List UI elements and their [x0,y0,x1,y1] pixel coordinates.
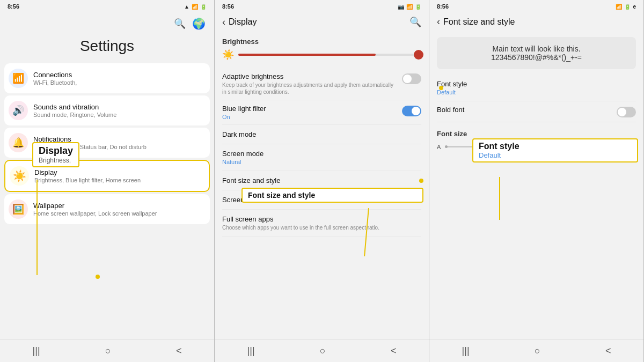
bold-font-toggle[interactable] [617,107,636,117]
bottom-nav-2: ||| ○ < [215,339,429,362]
brightness-label: Brightness [222,38,421,46]
font-style-dot [439,86,443,90]
font-size-annotation: Font size and style [241,188,423,203]
panel-settings: 8:56 ▲ 📶 🔋 🔍 🌍 Settings 📶 Connections Wi… [0,0,215,362]
bottom-nav-1: ||| ○ < [0,339,214,362]
adaptive-brightness-toggle[interactable] [402,73,421,84]
brightness-fill [238,54,376,56]
font-preview: Main text will look like this. 123456789… [437,37,636,69]
display-page-title: Display [229,17,257,27]
toggle-knob-3 [618,108,626,116]
panel-display: 8:56 📷 📶 🔋 ‹ Display 🔍 Brightness ☀️ Ada… [215,0,429,362]
font-content: Main text will look like this. 123456789… [429,32,643,339]
settings-item-wallpaper[interactable]: 🖼️ Wallpaper Home screen wallpaper, Lock… [4,194,210,224]
blue-light-text: Blue light filter On [222,105,397,120]
notifications-icon: 🔔 [9,133,28,152]
status-icons-3: 📶 🔋 e [616,4,636,10]
settings-item-sounds[interactable]: 🔊 Sounds and vibration Sound mode, Ringt… [4,95,210,125]
sounds-icon: 🔊 [9,101,28,120]
font-style-annotation: Font style Default [472,138,638,162]
font-style-row[interactable]: Font style Default [437,75,636,101]
home-btn-3[interactable]: ○ [535,345,540,357]
display-icon: ☀️ [10,166,29,186]
sounds-text: Sounds and vibration Sound mode, Rington… [33,103,206,118]
font-page-title: Font size and style [443,17,515,27]
full-screen-row[interactable]: Full screen apps Choose which apps you w… [222,210,421,237]
preview-line2: 1234567890!@#%&*()_+-= [445,53,627,62]
recents-btn-3[interactable]: ||| [462,345,470,357]
time-2: 8:56 [222,3,234,10]
panel-font: 8:56 📶 🔋 e ‹ Font size and style Main te… [429,0,644,362]
home-btn-2[interactable]: ○ [320,345,326,357]
brightness-slider[interactable] [238,54,421,56]
dark-mode-row[interactable]: Dark mode [222,125,421,144]
display-annotation-title: Display [39,145,73,157]
connections-text: Connections Wi-Fi, Bluetooth, [33,71,206,86]
settings-item-connections[interactable]: 📶 Connections Wi-Fi, Bluetooth, [4,63,210,93]
settings-title: Settings [0,33,214,63]
toggle-knob-2 [412,107,420,115]
adaptive-brightness-row[interactable]: Adaptive brightness Keep track of your b… [222,68,421,100]
time-1: 8:56 [8,3,19,10]
font-header: ‹ Font size and style [429,12,643,32]
font-header-left[interactable]: ‹ Font size and style [437,16,515,27]
brightness-icon: ☀️ [222,49,234,61]
settings-search-row: 🔍 🌍 [0,12,214,33]
recents-btn-2[interactable]: ||| [247,345,255,357]
font-size-annotation-title: Font size and style [248,191,315,200]
recents-btn-1[interactable]: ||| [33,345,40,357]
bold-font-row[interactable]: Bold font [437,101,636,122]
display-content: Brightness ☀️ Adaptive brightness Keep t… [215,32,429,339]
back-btn-1[interactable]: < [176,345,182,357]
connections-icon: 📶 [9,69,28,88]
back-arrow-3[interactable]: ‹ [437,16,440,27]
status-bar-2: 8:56 📷 📶 🔋 [215,0,429,12]
blue-light-row[interactable]: Blue light filter On [222,100,421,125]
blue-light-toggle[interactable] [402,106,421,116]
signal-icon-3: 📶 [616,4,622,10]
status-bar-3: 8:56 📶 🔋 e [429,0,643,12]
battery-icon-3: 🔋 [624,4,631,10]
search-icon-2[interactable]: 🔍 [409,16,421,28]
font-size-dot-2 [419,179,423,183]
font-size-small-label: A [437,144,441,150]
time-3: 8:56 [437,3,449,10]
extra-icon-3: e [633,4,636,10]
dot-1 [445,145,448,148]
settings-list: 📶 Connections Wi-Fi, Bluetooth, 🔊 Sounds… [0,63,214,339]
bold-font-text: Bold font [437,106,611,114]
back-btn-3[interactable]: < [605,345,611,357]
preview-line1: Main text will look like this. [445,45,627,53]
toggle-knob [403,75,412,83]
display-annotation-line [36,180,38,275]
display-header: ‹ Display 🔍 [215,12,429,32]
status-icons-2: 📷 📶 🔋 [398,4,421,10]
wifi-icon-2: 📷 [398,4,404,10]
avatar-icon[interactable]: 🌍 [192,17,206,30]
battery-icon: 🔋 [200,4,207,10]
font-size-section-title: Font size [437,130,636,138]
search-icon-1[interactable]: 🔍 [174,18,186,29]
home-btn-1[interactable]: ○ [105,345,111,357]
wallpaper-icon: 🖼️ [9,200,28,219]
back-btn-2[interactable]: < [391,345,397,357]
battery-icon-2: 🔋 [415,4,421,10]
status-icons-1: ▲ 📶 🔋 [184,4,207,10]
wallpaper-text: Wallpaper Home screen wallpaper, Lock sc… [33,202,206,217]
display-text: Display Brightness, Blue light filter, H… [34,168,204,183]
brightness-thumb[interactable] [414,50,423,60]
brightness-row: ☀️ [222,49,421,61]
screen-mode-row[interactable]: Screen mode Natural [222,144,421,171]
display-header-left[interactable]: ‹ Display [222,17,257,28]
display-annotation-sub: Brightness, [39,157,73,164]
status-bar-1: 8:56 ▲ 📶 🔋 [0,0,214,12]
wifi-icon: ▲ [184,4,189,10]
signal-icon-2: 📶 [406,4,413,10]
display-annotation: Display Brightness, [32,142,79,167]
signal-icon: 📶 [192,4,198,10]
adaptive-brightness-text: Adaptive brightness Keep track of your b… [222,72,397,95]
display-dot [96,275,100,279]
font-style-line [499,177,500,220]
bottom-nav-3: ||| ○ < [429,339,643,362]
back-arrow-2[interactable]: ‹ [222,17,225,28]
